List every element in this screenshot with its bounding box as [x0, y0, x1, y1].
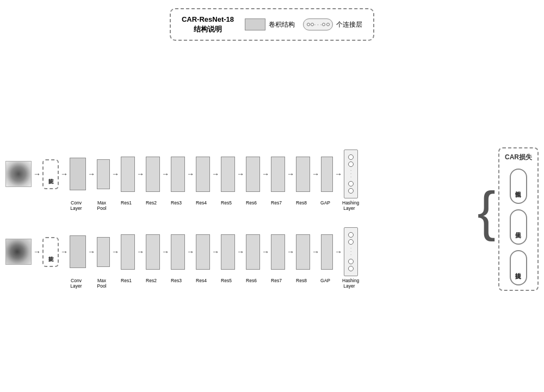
res7-block-1	[271, 157, 285, 192]
legend-box: CAR-ResNet-18 结构说明 卷积结构 · · · 个连接层	[170, 8, 374, 41]
legend-fc-dot-2	[311, 23, 314, 26]
label-res6-2: Res6	[244, 278, 258, 283]
label-hashing-2: HashingLayer	[342, 278, 356, 289]
b5: →	[187, 247, 194, 256]
res3-block-1	[171, 157, 185, 192]
res1-block-1	[121, 157, 135, 192]
arrow-input-2: →	[33, 247, 41, 256]
car-loss-title: CAR损失	[505, 153, 532, 162]
blocks-row-2: → 旋转扩充 → → → → →	[5, 227, 472, 276]
a3: →	[137, 170, 144, 178]
label-hashing-1: HashingLayer	[342, 200, 356, 211]
res6-block-1	[246, 157, 260, 192]
label-res8-1: Res8	[294, 200, 308, 206]
label-res2-1: Res2	[144, 200, 158, 206]
label-res2-2: Res2	[144, 278, 158, 283]
legend-fc-block: · · ·	[303, 18, 333, 30]
label-res5-1: Res5	[219, 200, 233, 206]
arrow-rot-2: →	[60, 247, 68, 256]
network-row-1: → 旋转扩充 → → → → →	[5, 150, 472, 211]
hd2-4	[348, 266, 354, 271]
b7: →	[237, 247, 244, 256]
network-row-2: → 旋转扩充 → → → → →	[5, 227, 472, 289]
legend-fc-label: 个连接层	[336, 20, 362, 29]
b11: →	[335, 247, 342, 256]
label-maxpool-2: MaxPool	[95, 278, 108, 289]
legend-fc-dots: · · ·	[314, 22, 322, 28]
b3: →	[137, 247, 144, 256]
hd4	[348, 188, 354, 194]
label-res1-2: Res1	[119, 278, 133, 283]
legend-fc-dot-4	[326, 23, 330, 26]
res7-block-2	[271, 234, 285, 270]
label-res1-1: Res1	[119, 200, 133, 206]
b6: →	[212, 247, 219, 256]
res3-block-2	[171, 234, 185, 270]
hd3	[348, 181, 354, 186]
a11: →	[335, 170, 342, 178]
loss-rotation: 抗旋转损失	[510, 250, 527, 285]
b8: →	[262, 247, 269, 256]
hdots: ···	[350, 169, 351, 179]
res8-block-2	[296, 234, 310, 270]
a1: →	[88, 170, 95, 178]
a2: →	[112, 170, 119, 178]
right-losses: { CAR损失 相似性损失 最化损失 抗旋转损失	[478, 54, 539, 384]
label-gap-2: GAP	[319, 278, 331, 283]
a7: →	[237, 170, 244, 178]
arrow-rot-1: →	[60, 170, 68, 178]
label-res7-2: Res7	[269, 278, 283, 283]
hashing-block-2: ···	[344, 227, 358, 276]
a5: →	[187, 170, 194, 178]
legend-conv-item: 卷积结构	[245, 18, 295, 30]
legend-items: 卷积结构 · · · 个连接层	[245, 18, 362, 30]
hd2	[348, 161, 354, 167]
b4: →	[162, 247, 169, 256]
hd2-3	[348, 259, 354, 264]
res2-block-2	[146, 234, 160, 270]
a10: →	[312, 170, 319, 178]
maxpool-block-2	[97, 237, 110, 267]
label-res4-2: Res4	[194, 278, 208, 283]
res1-block-2	[121, 234, 135, 270]
b9: →	[287, 247, 294, 256]
conv-block-1	[70, 158, 86, 190]
gap-block-2	[321, 234, 333, 270]
legend-conv-block	[245, 18, 265, 30]
input-image-1	[5, 161, 32, 187]
car-loss-box: CAR损失 相似性损失 最化损失 抗旋转损失	[498, 147, 539, 291]
rotation-box-1: 旋转扩充	[42, 159, 59, 189]
input-image-2	[5, 239, 32, 265]
hdots2: ···	[350, 247, 351, 257]
label-res7-1: Res7	[269, 200, 283, 206]
legend-fc-item: · · · 个连接层	[303, 18, 362, 30]
labels-row-2: ConvLayer MaxPool Res1 Res2 Res3 Res4 Re…	[5, 278, 472, 289]
label-res3-1: Res3	[169, 200, 183, 206]
hd1	[348, 154, 354, 160]
res4-block-1	[196, 157, 210, 192]
a4: →	[162, 170, 169, 178]
a6: →	[212, 170, 219, 178]
curly-brace: {	[478, 184, 496, 254]
label-res8-2: Res8	[294, 278, 308, 283]
label-conv-1: ConvLayer	[68, 200, 84, 211]
a8: →	[262, 170, 269, 178]
left-networks: → 旋转扩充 → → → → →	[5, 54, 472, 384]
label-res3-2: Res3	[169, 278, 183, 283]
rotation-box-2: 旋转扩充	[42, 237, 59, 267]
label-res4-1: Res4	[194, 200, 208, 206]
res6-block-2	[246, 234, 260, 270]
main-container: CAR-ResNet-18 结构说明 卷积结构 · · · 个连接层	[0, 0, 544, 392]
labels-row-1: ConvLayer MaxPool Res1 Res2 Res3 Res4 Re…	[5, 200, 472, 211]
b1: →	[88, 247, 95, 256]
b2: →	[112, 247, 119, 256]
hd2-2	[348, 239, 354, 245]
res8-block-1	[296, 157, 310, 192]
legend-conv-label: 卷积结构	[269, 20, 295, 29]
a9: →	[287, 170, 294, 178]
maxpool-block-1	[97, 159, 110, 189]
hashing-block-1: ···	[344, 150, 358, 198]
res5-block-1	[221, 157, 235, 192]
loss-minimize: 最化损失	[510, 209, 527, 245]
legend-fc-dot-3	[322, 23, 325, 26]
